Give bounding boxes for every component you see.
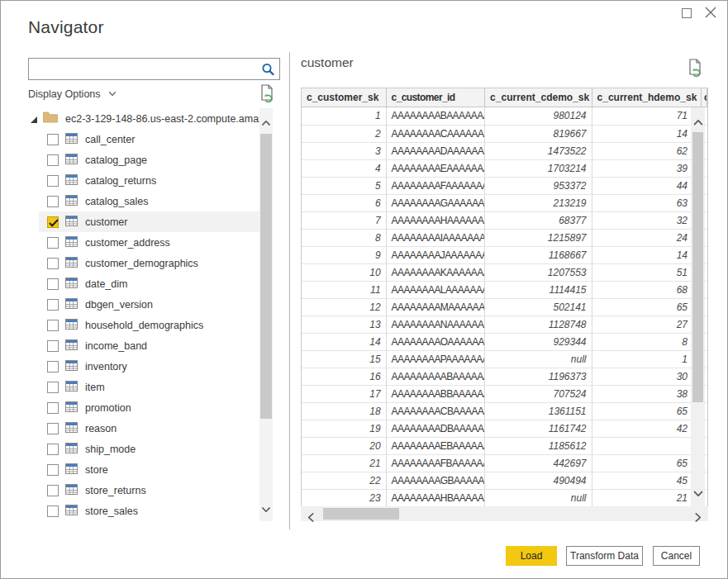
- table-row[interactable]: 20 AAAAAAAAEBAAAAAA 1185612: [302, 437, 707, 454]
- expanded-triangle-icon[interactable]: [30, 115, 38, 123]
- tree-item[interactable]: customer: [39, 211, 259, 232]
- tree-scrollbar-thumb[interactable]: [260, 134, 272, 419]
- table-row[interactable]: 14 AAAAAAAAOAAAAAAA 929344 8: [302, 333, 707, 350]
- checkbox[interactable]: [47, 382, 59, 393]
- scroll-up-icon[interactable]: [262, 114, 270, 129]
- table-row[interactable]: 13 AAAAAAAANAAAAAAA 1128748 27: [302, 316, 707, 333]
- table-row[interactable]: 21 AAAAAAAAFBAAAAAA 442697 65: [302, 454, 707, 472]
- checkbox[interactable]: [47, 361, 59, 373]
- column-header[interactable]: c_current_cdemo_sk: [485, 88, 592, 107]
- checkbox[interactable]: [47, 464, 59, 476]
- preview-horizontal-scrollbar[interactable]: [301, 506, 708, 521]
- table-row[interactable]: 11 AAAAAAAALAAAAAAA 1114415 68: [302, 281, 707, 298]
- checkbox[interactable]: [47, 423, 59, 434]
- refresh-preview-button[interactable]: [687, 59, 703, 80]
- checkbox[interactable]: [47, 402, 59, 414]
- checkbox[interactable]: [47, 485, 59, 496]
- tree-item-label: reason: [85, 423, 117, 434]
- table-row[interactable]: 15 AAAAAAAAPAAAAAAA null 1: [302, 350, 707, 368]
- tree-item[interactable]: reason: [39, 418, 259, 439]
- cell-c-current-hdemo-sk: 71: [592, 107, 702, 125]
- table-row[interactable]: 16 AAAAAAAAABAAAAAA 1196373 30: [302, 368, 707, 385]
- column-header[interactable]: c_customer_sk: [302, 88, 387, 107]
- tree-item[interactable]: store_returns: [39, 480, 259, 501]
- checkbox[interactable]: [47, 258, 59, 269]
- checkbox[interactable]: [47, 340, 59, 352]
- scroll-right-icon[interactable]: [695, 510, 701, 525]
- scroll-up-icon[interactable]: [693, 114, 702, 129]
- search-input[interactable]: [29, 59, 279, 79]
- table-row[interactable]: 1 AAAAAAAABAAAAAAA 980124 71: [302, 107, 707, 125]
- preview-horizontal-scrollbar-thumb[interactable]: [323, 508, 399, 520]
- preview-vertical-scrollbar-thumb[interactable]: [692, 132, 703, 402]
- table-icon: [65, 236, 78, 249]
- table-row[interactable]: 18 AAAAAAAACBAAAAAA 1361151 65: [302, 402, 707, 420]
- tree-item[interactable]: catalog_sales: [39, 191, 259, 211]
- table-row[interactable]: 10 AAAAAAAAKAAAAAAA 1207553 51: [302, 263, 707, 281]
- tree-item[interactable]: customer_demographics: [39, 253, 259, 273]
- maximize-button[interactable]: [682, 8, 692, 18]
- table-row[interactable]: 5 AAAAAAAAFAAAAAAA 953372 44: [302, 177, 707, 194]
- tree-item[interactable]: catalog_page: [39, 149, 259, 170]
- checkbox[interactable]: [47, 505, 59, 517]
- load-button[interactable]: Load: [506, 546, 557, 566]
- tree-item[interactable]: call_center: [39, 129, 259, 149]
- checkbox[interactable]: [47, 444, 59, 455]
- table-row[interactable]: 7 AAAAAAAAHAAAAAAA 68377 32: [302, 211, 707, 229]
- scroll-left-icon[interactable]: [308, 510, 314, 525]
- cell-c-current-hdemo-sk: 39: [592, 160, 702, 177]
- tree-item[interactable]: store_sales: [39, 501, 259, 521]
- tree-scrollbar[interactable]: [259, 108, 273, 521]
- scroll-down-icon[interactable]: [693, 485, 702, 500]
- tree-item[interactable]: household_demographics: [39, 315, 259, 335]
- tree-item[interactable]: catalog_returns: [39, 170, 259, 191]
- table-row[interactable]: 3 AAAAAAAADAAAAAAA 1473522 62: [302, 142, 707, 159]
- table-row[interactable]: 2 AAAAAAAACAAAAAAA 819667 14: [302, 125, 707, 142]
- checkbox[interactable]: [47, 216, 59, 228]
- checkbox[interactable]: [47, 278, 59, 290]
- close-button[interactable]: [704, 6, 717, 19]
- tree-item[interactable]: item: [39, 377, 259, 397]
- column-header[interactable]: c_current_hdemo_sk: [592, 88, 702, 107]
- display-options-dropdown[interactable]: Display Options: [28, 87, 116, 100]
- tree-item-label: household_demographics: [85, 320, 203, 331]
- column-header-clipped[interactable]: c: [702, 88, 707, 107]
- tree-item[interactable]: date_dim: [39, 273, 259, 294]
- table-row[interactable]: 6 AAAAAAAAGAAAAAAA 213219 63: [302, 194, 707, 211]
- table-row[interactable]: 23 AAAAAAAAHBAAAAAA null 21: [302, 489, 707, 506]
- checkbox[interactable]: [47, 154, 59, 166]
- table-row[interactable]: 8 AAAAAAAAIAAAAAAA 1215897 24: [302, 229, 707, 246]
- tree-item[interactable]: dbgen_version: [39, 294, 259, 315]
- column-header[interactable]: c_customer_id: [387, 88, 486, 107]
- cell-c-customer-id: AAAAAAAAJAAAAAAA: [387, 247, 486, 263]
- refresh-preview-button[interactable]: [259, 84, 275, 106]
- cancel-button[interactable]: Cancel: [653, 546, 700, 566]
- checkbox[interactable]: [47, 134, 59, 145]
- checkbox[interactable]: [47, 196, 59, 207]
- tree-item[interactable]: store: [39, 459, 259, 480]
- checkbox[interactable]: [47, 175, 59, 187]
- cell-c-current-hdemo-sk: 44: [592, 178, 702, 194]
- table-row[interactable]: 4 AAAAAAAAEAAAAAAA 1703214 39: [302, 159, 707, 177]
- tree-item[interactable]: customer_address: [39, 232, 259, 253]
- table-row[interactable]: 19 AAAAAAAADBAAAAAA 1161742 42: [302, 420, 707, 437]
- table-row[interactable]: 12 AAAAAAAAMAAAAAAA 502141 65: [302, 298, 707, 316]
- checkbox[interactable]: [47, 320, 59, 331]
- transform-data-button[interactable]: Transform Data: [566, 546, 643, 566]
- table-row[interactable]: 22 AAAAAAAAGBAAAAAA 490494 45: [302, 472, 707, 489]
- table-row[interactable]: 9 AAAAAAAAJAAAAAAA 1168667 14: [302, 246, 707, 263]
- table-row[interactable]: 17 AAAAAAAABBAAAAAA 707524 38: [302, 385, 707, 402]
- tree-root-server[interactable]: ec2-3-129-148-86.us-east-2.compute.amaz.…: [28, 108, 259, 129]
- cell-c-current-cdemo-sk: 213219: [485, 195, 592, 211]
- preview-vertical-scrollbar[interactable]: [691, 107, 705, 506]
- tree-item[interactable]: promotion: [39, 397, 259, 418]
- checkbox[interactable]: [47, 299, 59, 311]
- tree-item[interactable]: income_band: [39, 335, 259, 356]
- document-refresh-icon: [259, 84, 275, 102]
- search-icon[interactable]: [260, 62, 275, 80]
- tree-item[interactable]: ship_mode: [39, 439, 259, 459]
- checkbox[interactable]: [47, 237, 59, 249]
- scroll-down-icon[interactable]: [262, 501, 270, 515]
- tree-item[interactable]: inventory: [39, 356, 259, 377]
- cell-c-current-hdemo-sk: 21: [592, 490, 702, 506]
